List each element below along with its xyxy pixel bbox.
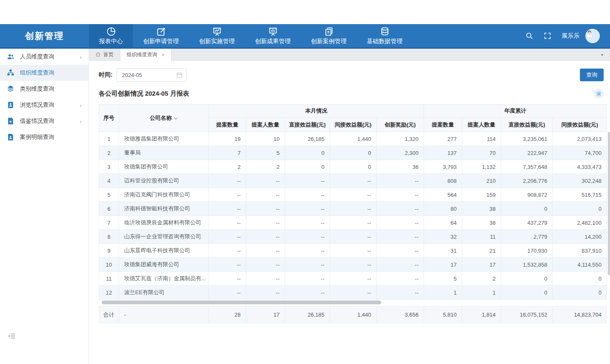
user-menu[interactable]: 展乐乐 <box>562 29 600 43</box>
summary-value-cell: 28 <box>209 306 246 323</box>
value-cell: 70 <box>462 146 501 160</box>
value-cell: 0 <box>553 272 607 286</box>
value-cell: 2,779 <box>501 230 553 244</box>
summary-row: 合计-281726,1851,4403,6565,8101,81416,075,… <box>99 306 607 323</box>
pie-chart-icon <box>106 26 116 37</box>
value-cell: 1,440 <box>330 132 377 146</box>
time-picker-input[interactable]: 2024-05 <box>116 68 187 82</box>
value-cell: -- <box>209 216 246 230</box>
sidebar-item-label: 类别维度查询 <box>20 85 54 93</box>
value-cell: -- <box>285 230 330 244</box>
value-cell: -- <box>330 216 377 230</box>
value-cell: 137 <box>424 146 462 160</box>
tab-list-dropdown-icon[interactable]: ▼ <box>600 53 610 57</box>
value-cell: 7 <box>209 146 246 160</box>
close-icon[interactable]: × <box>161 52 165 58</box>
value-cell: -- <box>377 188 424 202</box>
row-index-cell: 5 <box>99 188 119 202</box>
value-cell: 17 <box>462 258 501 272</box>
sidebar-item-browse-status[interactable]: 浏览情况查询 › <box>0 97 89 113</box>
company-name-cell: 济南科德智能科技有限公司 <box>119 202 209 216</box>
summary-value-cell: 16,075,152 <box>501 306 553 323</box>
summary-value-cell: 1,814 <box>462 306 501 323</box>
nav-item-label: 报表中心 <box>99 38 123 45</box>
value-cell: -- <box>330 244 377 258</box>
value-cell: -- <box>209 202 246 216</box>
row-index-cell: 1 <box>99 132 119 146</box>
value-cell: -- <box>209 230 246 244</box>
sidebar-item-org-dimension[interactable]: 组织维度查询 <box>0 65 89 81</box>
value-cell: 2 <box>246 160 285 174</box>
horizontal-scrollbar-thumb[interactable] <box>102 301 381 304</box>
time-picker-value: 2024-05 <box>122 72 142 78</box>
time-filter-label: 时间: <box>99 71 113 79</box>
nav-item-report-center[interactable]: 报表中心 <box>89 24 133 47</box>
value-cell: -- <box>377 230 424 244</box>
col-group-year-to-date: 年度累计 <box>424 105 607 118</box>
nav-item-label: 创新成果管理 <box>255 38 291 45</box>
value-cell: -- <box>285 202 330 216</box>
nav-item-innovation-cases[interactable]: 创新案例管理 <box>301 24 357 47</box>
value-cell: -- <box>285 174 330 188</box>
value-cell: 2 <box>462 272 501 286</box>
value-cell: -- <box>209 244 246 258</box>
company-name-cell: 玫德雅昌集团有限公司 <box>119 132 209 146</box>
nav-item-innovation-implement[interactable]: 创新实施管理 <box>189 24 245 47</box>
sidebar-item-reference-status[interactable]: 借鉴情况查询 › <box>0 113 89 129</box>
sidebar-item-person-dimension[interactable]: 人员维度查询 › <box>0 49 89 65</box>
value-cell: 210 <box>462 174 501 188</box>
file-user-icon <box>7 133 14 141</box>
tab-home[interactable]: 首页 <box>89 49 120 61</box>
sort-caret-icon <box>174 116 178 121</box>
value-cell: -- <box>377 244 424 258</box>
top-navbar: 创新管理 报表中心 创新申请管理 <box>0 24 610 49</box>
navbar-right-tools: 展乐乐 <box>525 24 610 47</box>
row-index-cell: 2 <box>99 146 119 160</box>
col-header: 直接效益额(元) <box>285 118 330 132</box>
search-icon[interactable] <box>525 32 533 40</box>
nav-item-innovation-apply[interactable]: 创新申请管理 <box>133 24 189 47</box>
col-header: 创新奖励(元) <box>377 118 424 132</box>
value-cell: 10 <box>246 132 285 146</box>
value-cell: 64 <box>424 216 462 230</box>
nav-item-innovation-results[interactable]: 创新成果管理 <box>245 24 301 47</box>
value-cell: -- <box>285 272 330 286</box>
value-cell: -- <box>246 244 285 258</box>
company-name-cell: 玫德艾瓦兹（济南）金属制品有... <box>119 272 209 286</box>
value-cell: 516,715 <box>553 188 607 202</box>
row-index-cell: 10 <box>99 258 119 272</box>
value-cell: 1,132 <box>462 160 501 174</box>
sidebar-item-case-detail[interactable]: 案例明细查询 <box>0 129 89 145</box>
sidebar-item-label: 案例明细查询 <box>20 133 54 141</box>
value-cell: 0 <box>501 286 553 300</box>
search-button[interactable]: 查询 <box>580 69 604 81</box>
nav-item-base-data[interactable]: 基础数据管理 <box>357 24 413 47</box>
table-body: 1玫德雅昌集团有限公司191026,1851,4401,3202771143,2… <box>99 132 607 300</box>
row-index-cell: 6 <box>99 202 119 216</box>
value-cell: 0 <box>501 202 553 216</box>
value-cell: -- <box>377 258 424 272</box>
sidebar-item-category-dimension[interactable]: 类别维度查询 <box>0 81 89 97</box>
table-row: 5济南迈克阀门科技有限公司----------564159908,872516,… <box>99 188 607 202</box>
col-header: 间接效益额(元) <box>330 118 377 132</box>
table-settings-button[interactable] <box>593 88 604 99</box>
nav-item-label: 创新实施管理 <box>199 38 235 45</box>
presentation-bars-icon <box>268 26 278 37</box>
users-icon <box>7 53 14 61</box>
company-name-cell: 山东晨晖电子科技有限公司 <box>119 244 209 258</box>
tab-org-dimension-query[interactable]: 组织维度查询 × <box>120 49 172 61</box>
fullscreen-icon[interactable] <box>543 32 552 40</box>
value-cell: -- <box>330 174 377 188</box>
table-row: 7临沂玫德庚辰金属材料有限公司----------6438437,2792,48… <box>99 216 607 230</box>
col-header: 提案数量 <box>424 118 462 132</box>
sidebar-collapse-icon[interactable] <box>8 333 16 339</box>
value-cell: -- <box>209 286 246 300</box>
id-badge-icon <box>7 101 14 109</box>
vertical-scrollbar-thumb[interactable] <box>608 132 610 275</box>
col-header-company[interactable]: 公司名称 <box>119 105 209 132</box>
value-cell: 7,357,648 <box>501 160 553 174</box>
summary-label-cell: 合计 <box>99 306 119 323</box>
summary-value-cell: 5,810 <box>424 306 462 323</box>
company-name-cell: 波兰EE有限公司 <box>119 286 209 300</box>
col-header: 提案人数量 <box>462 118 501 132</box>
